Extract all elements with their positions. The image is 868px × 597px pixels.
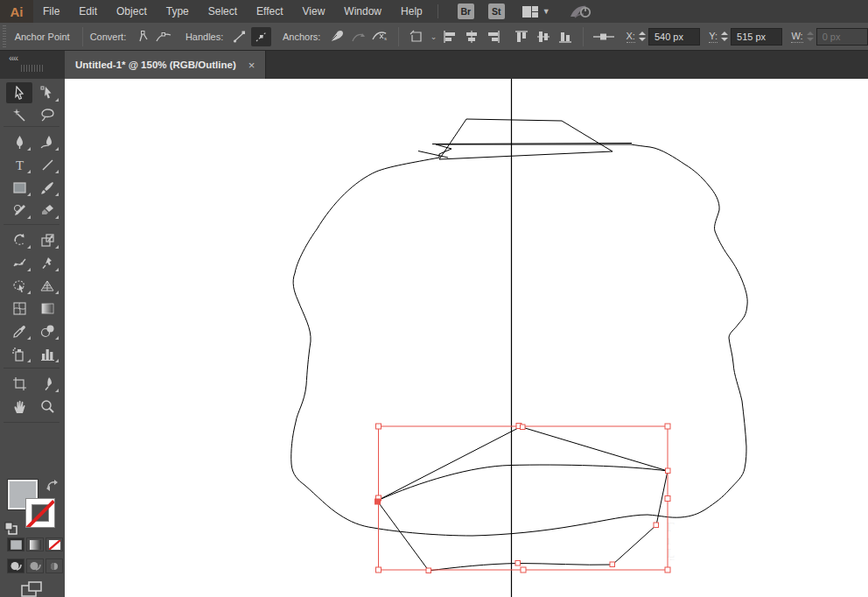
screen-mode-button[interactable] (21, 581, 44, 597)
control-bar: Anchor Point Convert: Handles: (0, 23, 868, 51)
gradient-mode-button[interactable] (26, 537, 44, 551)
align-left-icon[interactable] (440, 27, 460, 46)
menu-window[interactable]: Window (334, 0, 391, 23)
tool-line-segment[interactable] (34, 154, 60, 175)
none-mode-button[interactable] (46, 537, 63, 551)
chevron-down-icon: ⌄ (430, 32, 438, 41)
menu-select[interactable]: Select (199, 0, 247, 23)
y-stepper[interactable] (721, 32, 728, 41)
menu-type[interactable]: Type (157, 0, 199, 23)
align-right-icon[interactable] (484, 27, 504, 46)
align-bottom-icon[interactable] (555, 27, 575, 46)
panel-grip[interactable] (2, 25, 8, 48)
tool-pen[interactable] (6, 131, 32, 152)
w-stepper (807, 32, 814, 41)
tool-puppet-warp[interactable] (34, 252, 60, 273)
tool-scale[interactable] (34, 229, 60, 250)
menu-bar: Ai File Edit Object Type Select Effect V… (0, 0, 868, 23)
handles-show-icon[interactable] (229, 27, 249, 46)
workspace-switcher-icon (522, 6, 538, 18)
tool-zoom[interactable] (34, 396, 60, 417)
draw-normal-button[interactable] (7, 558, 24, 573)
menu-file[interactable]: File (33, 0, 69, 23)
artwork (65, 79, 868, 597)
tool-hand[interactable] (6, 396, 32, 417)
w-field: 0 px (816, 28, 868, 46)
remove-anchor-icon[interactable] (326, 27, 346, 46)
tool-width[interactable] (6, 252, 32, 273)
tool-selection[interactable] (6, 82, 32, 103)
swap-fill-stroke-icon[interactable] (46, 480, 60, 492)
draw-behind-button[interactable] (26, 558, 44, 573)
stock-button[interactable]: St (488, 4, 505, 19)
handles-label: Handles: (186, 32, 223, 42)
tab-close-icon[interactable]: × (248, 59, 256, 72)
handles-hide-icon[interactable] (251, 27, 271, 46)
canvas-artboard[interactable]: ΓıḶ̲ (65, 79, 868, 597)
tool-shape-builder[interactable] (6, 275, 32, 296)
tool-rectangle[interactable] (6, 177, 32, 198)
align-middle-v-icon[interactable] (533, 27, 553, 46)
document-tab[interactable]: Untitled-1* @ 150% (RGB/Outline) × (65, 51, 266, 79)
menu-view[interactable]: View (293, 0, 335, 23)
tool-column-graph[interactable] (34, 343, 60, 364)
workspace-switcher[interactable]: ▼ (522, 6, 550, 18)
tool-type[interactable]: T (6, 154, 32, 175)
y-field[interactable]: 515 px (731, 28, 782, 46)
tool-direct-selection[interactable] (34, 82, 60, 103)
convert-corner-icon[interactable] (132, 27, 152, 46)
menu-help[interactable]: Help (391, 0, 432, 23)
tool-perspective-grid[interactable] (34, 275, 60, 296)
tool-magic-wand[interactable] (6, 104, 32, 125)
menu-divider (438, 4, 438, 18)
head-outline-path (291, 144, 747, 536)
gpu-performance-button[interactable] (570, 4, 592, 19)
reference-point-icon[interactable] (592, 27, 617, 46)
document-tab-title: Untitled-1* @ 150% (RGB/Outline) (75, 60, 236, 70)
screen-mode-icon (21, 581, 44, 597)
align-top-icon[interactable] (511, 27, 531, 46)
menu-edit[interactable]: Edit (69, 0, 107, 23)
tool-lasso[interactable] (34, 104, 60, 125)
draw-inside-button[interactable] (46, 558, 63, 573)
gpu-performance-icon (570, 4, 592, 19)
app-logo[interactable]: Ai (0, 0, 33, 23)
tool-rotate[interactable] (6, 229, 32, 250)
w-field-label: W: (791, 31, 802, 43)
divider (398, 27, 399, 46)
context-label: Anchor Point (15, 32, 70, 42)
cut-path-icon[interactable]: s ° (370, 27, 390, 46)
selected-anchor-point (375, 499, 381, 504)
x-field-label: X: (626, 31, 635, 43)
divider (583, 27, 584, 46)
collapse-panel-button[interactable]: «« (9, 53, 18, 63)
color-mode-button[interactable] (7, 537, 24, 551)
stroke-swatch[interactable] (25, 498, 55, 528)
x-field[interactable]: 540 px (648, 28, 700, 46)
transform-dropdown[interactable]: ⌄ (407, 27, 438, 46)
convert-smooth-icon[interactable] (154, 27, 174, 46)
x-stepper[interactable] (639, 32, 646, 41)
align-center-h-icon[interactable] (462, 27, 482, 46)
bridge-button[interactable]: Br (458, 4, 474, 19)
default-fill-stroke-icon[interactable] (4, 522, 18, 535)
tab-strip: «« Untitled-1* @ 150% (RGB/Outline) × (0, 51, 868, 79)
y-field-label: Y: (709, 31, 718, 43)
anchors-label: Anchors: (283, 32, 320, 42)
tool-gradient[interactable] (34, 298, 60, 319)
selection-bounding-box (379, 426, 668, 570)
connect-anchors-icon (348, 27, 368, 46)
tool-mesh[interactable] (6, 298, 32, 319)
tool-curvature[interactable] (34, 131, 60, 152)
tool-blend[interactable] (34, 320, 60, 341)
menu-effect[interactable]: Effect (247, 0, 292, 23)
tool-paintbrush[interactable] (34, 177, 60, 198)
tool-eraser[interactable] (34, 200, 60, 221)
tool-artboard[interactable] (6, 373, 32, 394)
tool-slice[interactable] (34, 373, 60, 394)
menu-object[interactable]: Object (107, 0, 157, 23)
tool-eyedropper[interactable] (6, 320, 32, 341)
panel-grip[interactable] (21, 65, 44, 72)
tool-pencil[interactable] (6, 200, 32, 221)
tool-symbol-sprayer[interactable] (6, 343, 32, 364)
